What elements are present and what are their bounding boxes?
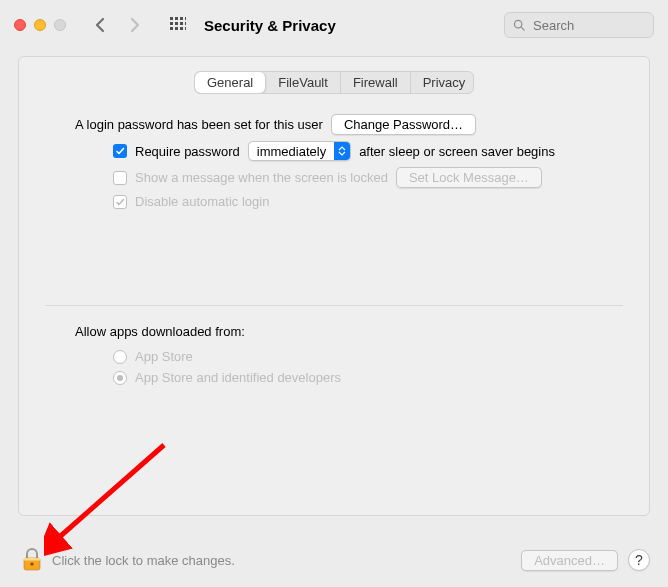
disable-auto-login-checkbox [113, 195, 127, 209]
tab-privacy[interactable]: Privacy [411, 72, 474, 93]
radio-app-store [113, 350, 127, 364]
lock-button[interactable]: Click the lock to make changes. [22, 548, 235, 572]
svg-rect-3 [185, 17, 186, 20]
svg-rect-15 [24, 558, 40, 561]
svg-rect-8 [170, 27, 173, 30]
svg-rect-5 [175, 22, 178, 25]
require-password-delay-select[interactable]: immediately [248, 141, 351, 161]
footer: Click the lock to make changes. Advanced… [0, 533, 668, 587]
lock-icon [22, 548, 42, 572]
lock-text: Click the lock to make changes. [52, 553, 235, 568]
stepper-arrows-icon [334, 142, 350, 160]
tab-general[interactable]: General [195, 72, 266, 93]
advanced-button: Advanced… [521, 550, 618, 571]
show-message-checkbox [113, 171, 127, 185]
svg-rect-1 [175, 17, 178, 20]
show-message-label: Show a message when the screen is locked [135, 170, 388, 185]
radio-identified-developers [113, 371, 127, 385]
content-panel: General FileVault Firewall Privacy A log… [18, 56, 650, 516]
nav-back-button[interactable] [88, 13, 112, 37]
svg-rect-11 [185, 27, 186, 30]
change-password-button[interactable]: Change Password… [331, 114, 476, 135]
svg-rect-7 [185, 22, 186, 25]
zoom-window-button [54, 19, 66, 31]
svg-rect-9 [175, 27, 178, 30]
search-input[interactable] [531, 17, 645, 34]
search-icon [513, 18, 525, 32]
tab-filevault[interactable]: FileVault [266, 72, 341, 93]
show-all-button[interactable] [166, 13, 190, 37]
svg-rect-6 [180, 22, 183, 25]
svg-rect-0 [170, 17, 173, 20]
window-controls [14, 19, 66, 31]
titlebar: Security & Privacy [0, 0, 668, 50]
radio-identified-developers-label: App Store and identified developers [135, 370, 341, 385]
downloads-label: Allow apps downloaded from: [75, 324, 623, 339]
tab-firewall[interactable]: Firewall [341, 72, 411, 93]
svg-rect-10 [180, 27, 183, 30]
minimize-window-button[interactable] [34, 19, 46, 31]
help-button[interactable]: ? [628, 549, 650, 571]
require-password-delay-value: immediately [249, 144, 334, 159]
disable-auto-login-label: Disable automatic login [135, 194, 269, 209]
nav-forward-button [122, 13, 146, 37]
tab-bar: General FileVault Firewall Privacy [194, 71, 474, 94]
set-lock-message-button: Set Lock Message… [396, 167, 542, 188]
radio-app-store-label: App Store [135, 349, 193, 364]
svg-line-13 [521, 27, 524, 30]
svg-rect-2 [180, 17, 183, 20]
login-password-label: A login password has been set for this u… [75, 117, 323, 132]
svg-point-16 [30, 562, 33, 565]
search-field[interactable] [504, 12, 654, 38]
svg-rect-4 [170, 22, 173, 25]
require-password-label-after: after sleep or screen saver begins [359, 144, 555, 159]
window-title: Security & Privacy [204, 17, 336, 34]
close-window-button[interactable] [14, 19, 26, 31]
require-password-checkbox[interactable] [113, 144, 127, 158]
require-password-label-before: Require password [135, 144, 240, 159]
